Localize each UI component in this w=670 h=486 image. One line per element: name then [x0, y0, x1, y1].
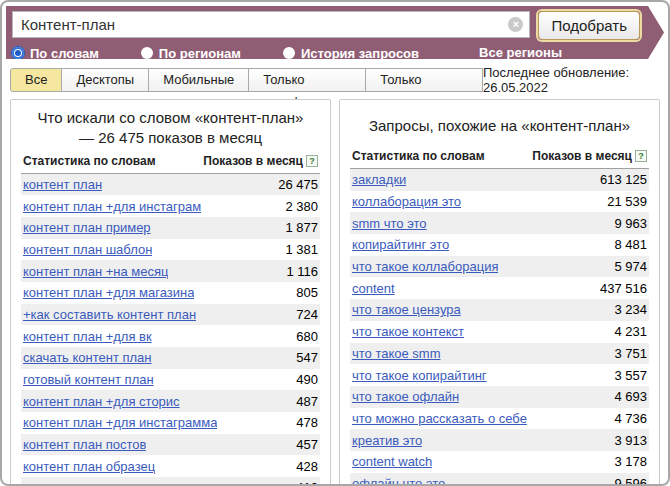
left-panel-title: Что искали со словом «контент-план» — 26…	[21, 106, 320, 151]
impressions-value: 9 596	[606, 476, 647, 486]
tab-phones-only[interactable]: Только телефоны	[248, 68, 366, 92]
impressions-value: 613 125	[592, 172, 647, 187]
table-row: что такое контекст 4 231	[350, 321, 649, 343]
query-link[interactable]: офлайн что это	[352, 476, 445, 486]
impressions-value: 680	[288, 329, 318, 344]
radio-icon	[141, 47, 153, 59]
impressions-value: 4 693	[606, 389, 647, 404]
query-link[interactable]: контент план салона	[23, 480, 149, 486]
query-link[interactable]: контент план +для инстаграмма	[23, 415, 217, 430]
query-link[interactable]: smm что это	[352, 216, 427, 231]
submit-button[interactable]: Подобрать	[538, 11, 640, 40]
table-row: что такое коллаборация 5 974	[350, 256, 649, 278]
col-impressions-header: Показов в месяц	[203, 154, 303, 168]
impressions-value: 2 380	[277, 199, 318, 214]
col-query-header: Статистика по словам	[23, 154, 156, 168]
query-link[interactable]: контент план шаблон	[23, 242, 152, 257]
impressions-value: 21 539	[599, 194, 647, 209]
table-row: content watch 3 178	[350, 451, 649, 473]
query-link[interactable]: контент план +для сторис	[23, 394, 180, 409]
table-row: контент план +для магазина 805	[21, 282, 320, 304]
help-icon[interactable]: ?	[635, 150, 647, 162]
impressions-value: 3 751	[606, 346, 647, 361]
query-link[interactable]: что такое коллаборация	[352, 259, 498, 274]
region-selector-link[interactable]: Все регионы	[479, 45, 562, 61]
impressions-value: 1 116	[278, 264, 318, 279]
table-row: контент план пример 1 877	[21, 217, 320, 239]
impressions-value: 437 516	[592, 281, 647, 296]
table-row: офлайн что это 9 596	[350, 473, 649, 486]
impressions-value: 3 178	[606, 454, 647, 469]
query-link[interactable]: что такое smm	[352, 346, 441, 361]
tab-desktops[interactable]: Десктопы	[61, 68, 149, 92]
table-row: копирайтинг это 8 481	[350, 234, 649, 256]
query-link[interactable]: +как составить контент план	[23, 307, 196, 322]
app-window: × Подобрать По словам По регионам Истори…	[0, 0, 670, 486]
mode-by-regions[interactable]: По регионам	[141, 46, 241, 61]
table-row: контент план 26 475	[21, 174, 320, 196]
right-panel-title: Запросы, похожие на «контент-план»	[350, 106, 649, 146]
tab-all[interactable]: Все	[10, 68, 62, 92]
query-link[interactable]: контент план +для вк	[23, 329, 152, 344]
table-row: +как составить контент план 724	[21, 304, 320, 326]
impressions-value: 9 963	[606, 216, 647, 231]
query-link[interactable]: контент план пример	[23, 220, 151, 235]
help-icon[interactable]: ?	[306, 155, 318, 167]
left-panel-search-stats: Что искали со словом «контент-план» — 26…	[10, 99, 331, 486]
query-link[interactable]: что такое офлайн	[352, 389, 459, 404]
query-link[interactable]: что такое контекст	[352, 324, 464, 339]
query-link[interactable]: коллаборация это	[352, 194, 461, 209]
query-link[interactable]: контент план постов	[23, 437, 146, 452]
impressions-value: 478	[288, 415, 318, 430]
mode-query-history[interactable]: История запросов	[283, 46, 419, 61]
table-row: закладки 613 125	[350, 169, 649, 191]
right-panel-similar-queries: Запросы, похожие на «контент-план» Стати…	[339, 99, 660, 486]
impressions-value: 724	[288, 307, 318, 322]
tab-mobile[interactable]: Мобильные	[148, 68, 249, 92]
right-column-headers: Статистика по словам Показов в месяц ?	[350, 146, 649, 169]
table-row: контент план шаблон 1 381	[21, 239, 320, 261]
query-link[interactable]: что такое цензура	[352, 302, 461, 317]
mode-by-words[interactable]: По словам	[12, 46, 99, 61]
query-link[interactable]: что можно рассказать о себе	[352, 411, 527, 426]
results-area: Что искали со словом «контент-план» — 26…	[10, 99, 660, 486]
query-link[interactable]: креатив это	[352, 433, 422, 448]
query-link[interactable]: контент план +на месяц	[23, 264, 168, 279]
impressions-value: 547	[288, 350, 318, 365]
col-query-header: Статистика по словам	[352, 149, 485, 163]
left-column-headers: Статистика по словам Показов в месяц ?	[21, 151, 320, 174]
table-row: content 437 516	[350, 277, 649, 299]
tab-tablets-only[interactable]: Только планшеты	[365, 68, 483, 92]
impressions-value: 487	[288, 394, 318, 409]
table-row: что можно рассказать о себе 4 736	[350, 408, 649, 430]
table-row: что такое копирайтинг 3 557	[350, 364, 649, 386]
mode-label: История запросов	[301, 46, 419, 61]
search-input[interactable]	[12, 11, 530, 38]
query-link[interactable]: готовый контент план	[23, 372, 154, 387]
impressions-value: 805	[288, 285, 318, 300]
query-link[interactable]: что такое копирайтинг	[352, 368, 487, 383]
table-row: креатив это 3 913	[350, 429, 649, 451]
query-link[interactable]: контент план +для инстаграм	[23, 199, 201, 214]
query-link[interactable]: контент план	[23, 177, 102, 192]
mode-label: По регионам	[159, 46, 241, 61]
query-link[interactable]: content	[352, 281, 395, 296]
table-row: контент план +для вк 680	[21, 325, 320, 347]
radio-selected-icon	[12, 47, 24, 59]
table-row: что такое цензура 3 234	[350, 299, 649, 321]
query-link[interactable]: контент план образец	[23, 459, 155, 474]
impressions-value: 3 234	[606, 302, 647, 317]
col-impressions-header: Показов в месяц	[532, 149, 632, 163]
search-input-wrap: ×	[12, 11, 530, 40]
impressions-value: 1 381	[277, 242, 318, 257]
table-row: готовый контент план 490	[21, 369, 320, 391]
query-link[interactable]: копирайтинг это	[352, 237, 449, 252]
impressions-value: 1 877	[277, 220, 318, 235]
query-link[interactable]: скачать контент план	[23, 350, 152, 365]
radio-icon	[283, 47, 295, 59]
query-link[interactable]: content watch	[352, 454, 432, 469]
impressions-value: 490	[288, 372, 318, 387]
query-link[interactable]: закладки	[352, 172, 406, 187]
table-row: контент план +для инстаграмма 478	[21, 412, 320, 434]
query-link[interactable]: контент план +для магазина	[23, 285, 194, 300]
